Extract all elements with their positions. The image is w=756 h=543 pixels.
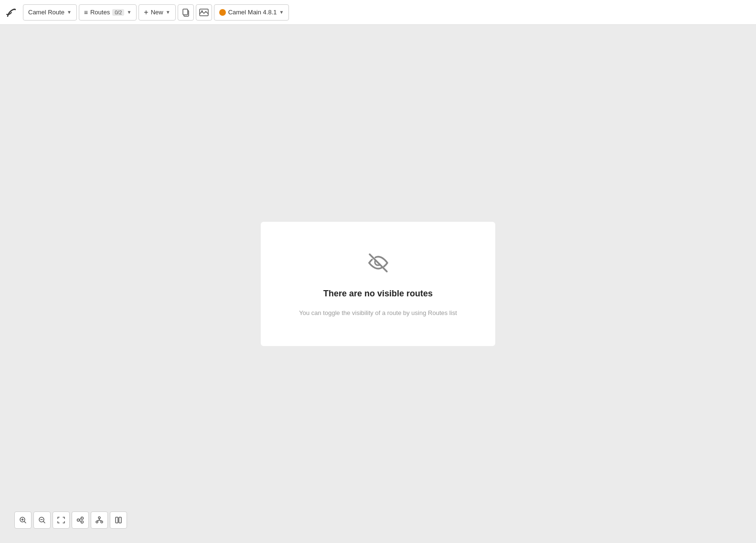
svg-point-3	[201, 10, 202, 11]
empty-state-subtitle: You can toggle the visibility of a route…	[299, 308, 457, 318]
svg-rect-12	[116, 517, 118, 523]
routes-chevron: ▼	[127, 10, 131, 15]
svg-rect-1	[183, 9, 188, 15]
new-label: New	[151, 9, 163, 16]
canvas-area: There are no visible routes You can togg…	[0, 25, 756, 543]
zoom-out-button[interactable]	[33, 511, 51, 529]
new-chevron: ▼	[166, 10, 170, 15]
camel-route-label: Camel Route	[28, 9, 64, 16]
camel-route-dropdown[interactable]: Camel Route ▼	[23, 4, 77, 21]
copy-button[interactable]	[178, 4, 194, 21]
catalog-button[interactable]	[110, 511, 127, 529]
connect-button[interactable]	[72, 511, 89, 529]
routes-label: Routes	[90, 9, 110, 16]
svg-rect-13	[119, 517, 121, 523]
plus-icon: +	[144, 8, 148, 17]
main-toolbar: Camel Route ▼ ≡ Routes 0/2 ▼ + New ▼ Cam…	[0, 0, 756, 25]
new-button[interactable]: + New ▼	[138, 4, 175, 21]
camel-version-chevron: ▼	[279, 10, 284, 15]
camel-version-dropdown[interactable]: Camel Main 4.8.1 ▼	[214, 4, 289, 21]
camel-route-chevron: ▼	[67, 10, 72, 15]
svg-point-8	[81, 521, 84, 523]
empty-state-card: There are no visible routes You can togg…	[261, 222, 495, 347]
empty-state-title: There are no visible routes	[323, 289, 433, 299]
version-status-dot	[219, 9, 226, 16]
camel-version-label: Camel Main 4.8.1	[228, 9, 277, 16]
svg-point-7	[81, 517, 84, 520]
fit-screen-button[interactable]	[53, 511, 70, 529]
no-routes-icon	[366, 250, 391, 279]
routes-icon: ≡	[84, 9, 88, 16]
bottom-toolbar	[14, 511, 127, 529]
routes-badge: 0/2	[112, 9, 124, 16]
zoom-in-button[interactable]	[14, 511, 32, 529]
routes-dropdown[interactable]: ≡ Routes 0/2 ▼	[79, 4, 137, 21]
svg-point-6	[77, 519, 80, 521]
logo-icon	[4, 5, 19, 20]
canvas-button[interactable]	[196, 4, 212, 21]
auto-layout-button[interactable]	[91, 511, 108, 529]
